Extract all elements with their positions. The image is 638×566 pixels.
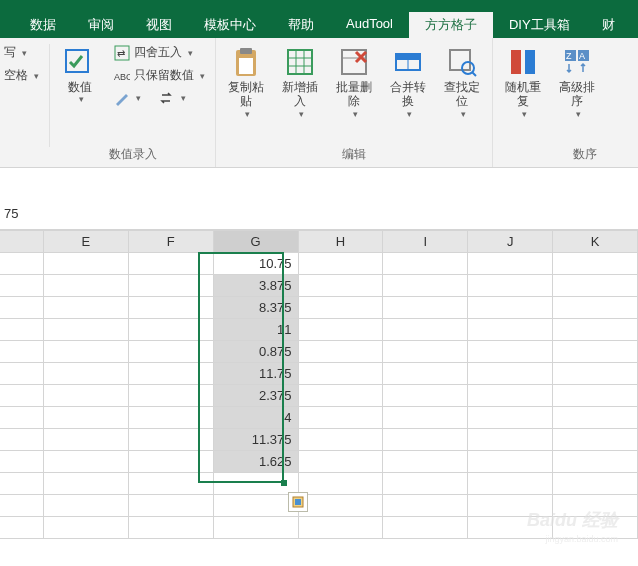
hebing-button[interactable]: 合并转换▾ (384, 42, 432, 123)
cell-G2[interactable]: 3.875 (213, 275, 298, 297)
abc-icon: ABC (114, 68, 130, 84)
round-icon: ⇄ (114, 45, 130, 61)
tab-data[interactable]: 数据 (14, 12, 72, 38)
paste-options-icon (291, 495, 305, 509)
shuzhi-button[interactable]: 数值▾ (56, 42, 104, 108)
svg-text:Z: Z (566, 51, 572, 61)
tab-review[interactable]: 审阅 (72, 12, 130, 38)
svg-rect-15 (396, 54, 420, 60)
table-row (0, 473, 638, 495)
cell-G1[interactable]: 10.75 (213, 253, 298, 275)
spreadsheet-grid[interactable]: E F G H I J K 10.75 3.875 8.375 11 0.875… (0, 230, 638, 539)
fuzhi-button[interactable]: 复制粘贴▾ (222, 42, 270, 123)
paste-options-button[interactable] (288, 492, 308, 512)
group-label-right: 数序 (499, 144, 601, 165)
piliang-button[interactable]: 批量删除▾ (330, 42, 378, 123)
random-icon (507, 46, 539, 78)
swap-icon (159, 90, 175, 106)
formula-bar[interactable]: 75 (0, 168, 638, 230)
pencil-icon (114, 90, 130, 106)
kongge-button[interactable]: 空格▾ (0, 65, 43, 86)
ribbon-tabs: 数据 审阅 视图 模板中心 帮助 AudTool 方方格子 DIY工具箱 财 (0, 12, 638, 38)
svg-rect-7 (288, 50, 312, 74)
merge-icon (392, 46, 424, 78)
column-headers: E F G H I J K (0, 231, 638, 253)
table-row: 3.875 (0, 275, 638, 297)
group-label-shuzhi: 数值录入 (56, 144, 209, 165)
cell-G3[interactable]: 8.375 (213, 297, 298, 319)
table-row: 11 (0, 319, 638, 341)
chazhao-button[interactable]: 查找定位▾ (438, 42, 486, 123)
group-label-left (0, 147, 43, 165)
table-row: 11.375 (0, 429, 638, 451)
table-row: 4 (0, 407, 638, 429)
col-K[interactable]: K (553, 231, 638, 253)
number-check-icon (64, 46, 96, 78)
svg-text:⇄: ⇄ (117, 48, 125, 59)
svg-rect-21 (525, 50, 535, 74)
gaoji-button[interactable]: ZA 高级排序▾ (553, 42, 601, 123)
cell-G5[interactable]: 0.875 (213, 341, 298, 363)
tool2-button[interactable]: ▾ (155, 88, 190, 108)
cell-G9[interactable]: 11.375 (213, 429, 298, 451)
table-row: 0.875 (0, 341, 638, 363)
col-H[interactable]: H (298, 231, 383, 253)
svg-rect-27 (295, 499, 301, 505)
tool1-button[interactable]: ▾ (110, 88, 145, 108)
svg-line-19 (472, 72, 476, 76)
tab-cai[interactable]: 财 (586, 12, 631, 38)
tab-view[interactable]: 视图 (130, 12, 188, 38)
suiji-button[interactable]: 随机重复▾ (499, 42, 547, 123)
tab-help[interactable]: 帮助 (272, 12, 330, 38)
svg-text:A: A (579, 51, 585, 61)
table-row (0, 517, 638, 539)
col-I[interactable]: I (383, 231, 468, 253)
group-label-edit: 编辑 (222, 144, 486, 165)
cell-G6[interactable]: 11.75 (213, 363, 298, 385)
cell-G4[interactable]: 11 (213, 319, 298, 341)
xie-button[interactable]: 写▾ (0, 42, 43, 63)
table-row (0, 495, 638, 517)
table-row: 2.375 (0, 385, 638, 407)
tab-fanggezi[interactable]: 方方格子 (409, 12, 493, 38)
table-row: 1.625 (0, 451, 638, 473)
tab-diy[interactable]: DIY工具箱 (493, 12, 586, 38)
svg-rect-20 (511, 50, 521, 74)
table-row: 8.375 (0, 297, 638, 319)
col-E[interactable]: E (43, 231, 128, 253)
baoliu-button[interactable]: ABC 只保留数值▾ (110, 65, 209, 86)
clipboard-icon (230, 46, 262, 78)
svg-rect-17 (450, 50, 470, 70)
cell-G8[interactable]: 4 (213, 407, 298, 429)
ribbon: 写▾ 空格▾ 数值▾ ⇄ 四舍五入▾ ABC 只保留数值▾ (0, 38, 638, 168)
svg-text:ABC: ABC (114, 72, 130, 82)
tab-template[interactable]: 模板中心 (188, 12, 272, 38)
sort-icon: ZA (561, 46, 593, 78)
title-bar: 工作簿1 - Excel (0, 0, 638, 12)
tab-audtool[interactable]: AudTool (330, 12, 409, 38)
formula-value: 75 (4, 206, 18, 221)
xinzeng-button[interactable]: 新增插入▾ (276, 42, 324, 123)
cell-G10[interactable]: 1.625 (213, 451, 298, 473)
sishe-button[interactable]: ⇄ 四舍五入▾ (110, 42, 209, 63)
svg-rect-5 (240, 48, 252, 54)
col-J[interactable]: J (468, 231, 553, 253)
svg-rect-6 (239, 58, 253, 74)
cell-G7[interactable]: 2.375 (213, 385, 298, 407)
table-row: 10.75 (0, 253, 638, 275)
col-F[interactable]: F (128, 231, 213, 253)
table-row: 11.75 (0, 363, 638, 385)
find-icon (446, 46, 478, 78)
insert-icon (284, 46, 316, 78)
delete-icon (338, 46, 370, 78)
col-G[interactable]: G (213, 231, 298, 253)
